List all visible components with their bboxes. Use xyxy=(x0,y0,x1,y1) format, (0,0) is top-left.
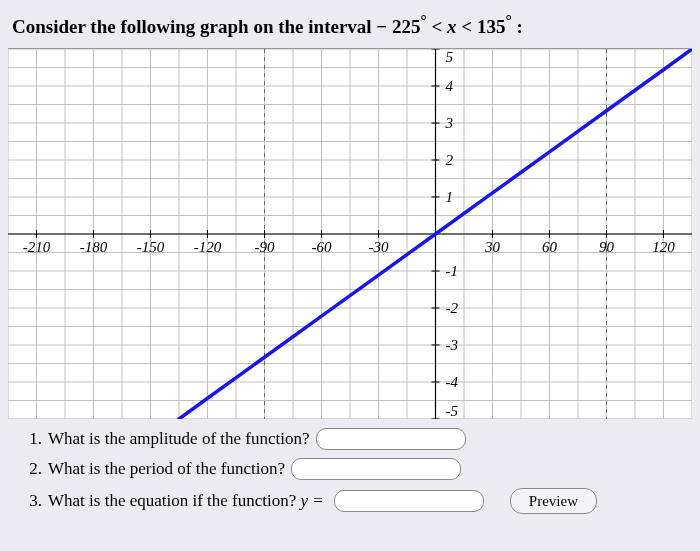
svg-text:-60: -60 xyxy=(312,239,332,255)
q3-number: 3. xyxy=(24,491,42,511)
q1-number: 1. xyxy=(24,429,42,449)
svg-text:-3: -3 xyxy=(446,337,459,353)
svg-text:2: 2 xyxy=(446,152,454,168)
q2-number: 2. xyxy=(24,459,42,479)
question-row-1: 1. What is the amplitude of the function… xyxy=(24,428,676,450)
svg-text:-180: -180 xyxy=(80,239,108,255)
svg-text:90: 90 xyxy=(599,239,615,255)
svg-text:-150: -150 xyxy=(137,239,165,255)
title-a: − 225 xyxy=(376,16,420,37)
chart-area: -210-180-150-120-90-60-30306090120-5-4-3… xyxy=(8,48,692,418)
title-lt1: < xyxy=(427,16,447,37)
svg-text:-5: -5 xyxy=(446,403,459,419)
title-prefix: Consider the following graph on the inte… xyxy=(12,16,376,37)
svg-text:-210: -210 xyxy=(23,239,51,255)
svg-text:5: 5 xyxy=(446,49,454,65)
svg-text:4: 4 xyxy=(446,78,454,94)
title-colon: : xyxy=(512,16,523,37)
svg-text:3: 3 xyxy=(445,115,454,131)
equation-input[interactable] xyxy=(334,490,484,512)
question-row-3: 3. What is the equation if the function?… xyxy=(24,488,676,514)
svg-text:-1: -1 xyxy=(446,263,459,279)
q1-text: What is the amplitude of the function? xyxy=(48,429,310,449)
q3-text: What is the equation if the function? y … xyxy=(48,491,324,511)
svg-text:120: 120 xyxy=(652,239,675,255)
chart-svg: -210-180-150-120-90-60-30306090120-5-4-3… xyxy=(8,49,692,419)
question-row-2: 2. What is the period of the function? xyxy=(24,458,676,480)
svg-text:1: 1 xyxy=(446,189,454,205)
svg-text:-4: -4 xyxy=(446,374,459,390)
period-input[interactable] xyxy=(291,458,461,480)
preview-button[interactable]: Preview xyxy=(510,488,597,514)
title-b: 135 xyxy=(477,16,506,37)
svg-text:-120: -120 xyxy=(194,239,222,255)
questions-block: 1. What is the amplitude of the function… xyxy=(8,418,692,514)
svg-text:60: 60 xyxy=(542,239,558,255)
title-lt2: < xyxy=(457,16,477,37)
svg-text:30: 30 xyxy=(484,239,501,255)
amplitude-input[interactable] xyxy=(316,428,466,450)
svg-text:-30: -30 xyxy=(369,239,389,255)
question-title: Consider the following graph on the inte… xyxy=(12,12,692,38)
svg-text:-2: -2 xyxy=(446,300,459,316)
title-var: x xyxy=(447,16,457,37)
svg-text:-90: -90 xyxy=(255,239,275,255)
q2-text: What is the period of the function? xyxy=(48,459,285,479)
